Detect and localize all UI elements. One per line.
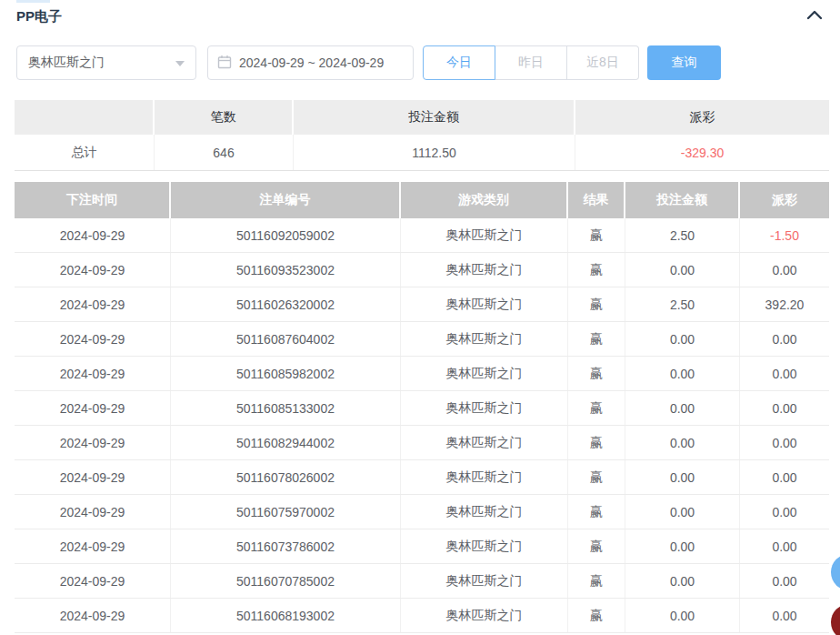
floating-widget-blue-button[interactable] bbox=[831, 554, 840, 590]
cell-bet-amount: 0.00 bbox=[625, 357, 740, 390]
cell-result: 赢 bbox=[568, 287, 625, 321]
header-order-number: 注单编号 bbox=[171, 182, 401, 218]
cell-order-number: 50116085133002 bbox=[171, 391, 401, 425]
table-row: 2024-09-29 50116078026002 奥林匹斯之门 赢 0.00 … bbox=[15, 460, 829, 495]
header-result: 结果 bbox=[568, 182, 625, 218]
table-row: 2024-09-29 50116082944002 奥林匹斯之门 赢 0.00 … bbox=[15, 426, 829, 460]
cell-bet-amount: 0.00 bbox=[625, 391, 740, 425]
table-row: 2024-09-29 50116068193002 奥林匹斯之门 赢 0.00 … bbox=[15, 599, 829, 633]
summary-total-row: 总计 646 1112.50 -329.30 bbox=[15, 135, 829, 171]
summary-header-count: 笔数 bbox=[155, 100, 294, 135]
cell-game-category: 奥林匹斯之门 bbox=[401, 460, 568, 494]
cell-payout: 0.00 bbox=[740, 529, 829, 563]
cell-bet-amount: 0.00 bbox=[625, 529, 740, 563]
cell-bet-amount: 0.00 bbox=[625, 599, 740, 632]
cell-bet-time: 2024-09-29 bbox=[15, 322, 171, 356]
summary-header-blank bbox=[15, 100, 155, 135]
bets-table: 下注时间 注单编号 游戏类别 结果 投注金额 派彩 2024-09-29 501… bbox=[15, 182, 829, 633]
table-row: 2024-09-29 50116070785002 奥林匹斯之门 赢 0.00 … bbox=[15, 564, 829, 599]
cell-payout: 0.00 bbox=[740, 495, 829, 529]
header-payout: 派彩 bbox=[740, 182, 829, 218]
summary-header-bet-amount: 投注金额 bbox=[294, 100, 575, 135]
cell-order-number: 50116078026002 bbox=[171, 460, 401, 494]
cell-game-category: 奥林匹斯之门 bbox=[401, 322, 568, 356]
date-range-value: 2024-09-29 ~ 2024-09-29 bbox=[239, 55, 384, 70]
cell-bet-time: 2024-09-29 bbox=[15, 287, 171, 321]
game-select[interactable]: 奥林匹斯之门 bbox=[16, 45, 196, 80]
cell-game-category: 奥林匹斯之门 bbox=[401, 287, 568, 321]
cell-order-number: 50116075970002 bbox=[171, 495, 401, 529]
table-row: 2024-09-29 50116092059002 奥林匹斯之门 赢 2.50 … bbox=[15, 218, 829, 253]
cell-game-category: 奥林匹斯之门 bbox=[401, 218, 568, 252]
cell-result: 赢 bbox=[568, 253, 625, 287]
summary-total-label: 总计 bbox=[15, 135, 155, 170]
header-game-category: 游戏类别 bbox=[401, 182, 568, 218]
cell-payout: 0.00 bbox=[740, 460, 829, 494]
date-range-picker[interactable]: 2024-09-29 ~ 2024-09-29 bbox=[207, 45, 414, 80]
last-8-days-button[interactable]: 近8日 bbox=[567, 45, 639, 80]
cell-bet-amount: 0.00 bbox=[625, 495, 740, 529]
cell-payout: 392.20 bbox=[740, 287, 829, 321]
table-row: 2024-09-29 50116085982002 奥林匹斯之门 赢 0.00 … bbox=[15, 357, 829, 391]
cell-order-number: 50116026320002 bbox=[171, 287, 401, 321]
cell-bet-time: 2024-09-29 bbox=[15, 357, 171, 390]
collapse-panel-button[interactable] bbox=[800, 4, 829, 29]
cell-order-number: 50116068193002 bbox=[171, 599, 401, 632]
table-row: 2024-09-29 50116087604002 奥林匹斯之门 赢 0.00 … bbox=[15, 322, 829, 357]
cell-payout: 0.00 bbox=[740, 322, 829, 356]
cell-result: 赢 bbox=[568, 564, 625, 598]
game-select-value: 奥林匹斯之门 bbox=[28, 55, 105, 71]
cell-bet-time: 2024-09-29 bbox=[15, 218, 171, 252]
pp-games-panel: PP电子 奥林匹斯之门 2024-09-29 ~ 2024-09-29 今日 bbox=[0, 0, 840, 635]
summary-header-payout: 派彩 bbox=[575, 100, 829, 135]
header-bet-time: 下注时间 bbox=[15, 182, 171, 218]
cell-result: 赢 bbox=[568, 460, 625, 494]
cell-result: 赢 bbox=[568, 218, 625, 252]
floating-widget-red-button[interactable] bbox=[831, 604, 840, 635]
calendar-icon bbox=[217, 55, 232, 72]
cell-payout: 0.00 bbox=[740, 253, 829, 287]
cell-game-category: 奥林匹斯之门 bbox=[401, 599, 568, 632]
header-bet-amount: 投注金额 bbox=[625, 182, 740, 218]
bets-table-header-row: 下注时间 注单编号 游戏类别 结果 投注金额 派彩 bbox=[15, 182, 829, 218]
cell-result: 赢 bbox=[568, 322, 625, 356]
cell-game-category: 奥林匹斯之门 bbox=[401, 495, 568, 529]
cell-payout: 0.00 bbox=[740, 564, 829, 598]
cell-result: 赢 bbox=[568, 599, 625, 632]
panel-title: PP电子 bbox=[16, 8, 62, 25]
search-button[interactable]: 查询 bbox=[647, 45, 721, 80]
cell-order-number: 50116093523002 bbox=[171, 253, 401, 287]
cell-bet-amount: 2.50 bbox=[625, 287, 740, 321]
summary-total-bet: 1112.50 bbox=[294, 135, 575, 170]
summary-header-row: 笔数 投注金额 派彩 bbox=[15, 100, 829, 135]
cell-bet-time: 2024-09-29 bbox=[15, 253, 171, 287]
cell-bet-time: 2024-09-29 bbox=[15, 599, 171, 632]
cell-result: 赢 bbox=[568, 391, 625, 425]
cell-payout: -1.50 bbox=[740, 218, 829, 252]
cell-bet-amount: 0.00 bbox=[625, 322, 740, 356]
cell-payout: 0.00 bbox=[740, 391, 829, 425]
yesterday-button[interactable]: 昨日 bbox=[495, 45, 567, 80]
cell-game-category: 奥林匹斯之门 bbox=[401, 253, 568, 287]
bets-table-body: 2024-09-29 50116092059002 奥林匹斯之门 赢 2.50 … bbox=[15, 218, 829, 633]
cell-game-category: 奥林匹斯之门 bbox=[401, 564, 568, 598]
cell-order-number: 50116073786002 bbox=[171, 529, 401, 563]
cell-order-number: 50116070785002 bbox=[171, 564, 401, 598]
cell-bet-time: 2024-09-29 bbox=[15, 564, 171, 598]
summary-table: 笔数 投注金额 派彩 总计 646 1112.50 -329.30 bbox=[15, 100, 829, 171]
quick-date-button-group: 今日 昨日 近8日 bbox=[423, 45, 639, 80]
cell-payout: 0.00 bbox=[740, 357, 829, 390]
cell-payout: 0.00 bbox=[740, 426, 829, 459]
cell-game-category: 奥林匹斯之门 bbox=[401, 391, 568, 425]
today-button[interactable]: 今日 bbox=[423, 45, 495, 80]
summary-total-payout: -329.30 bbox=[575, 135, 829, 170]
table-row: 2024-09-29 50116073786002 奥林匹斯之门 赢 0.00 … bbox=[15, 529, 829, 564]
cell-game-category: 奥林匹斯之门 bbox=[401, 426, 568, 459]
cell-bet-amount: 0.00 bbox=[625, 460, 740, 494]
cell-bet-amount: 0.00 bbox=[625, 253, 740, 287]
cell-order-number: 50116082944002 bbox=[171, 426, 401, 459]
summary-total-count: 646 bbox=[155, 135, 294, 170]
cell-result: 赢 bbox=[568, 357, 625, 390]
cell-bet-time: 2024-09-29 bbox=[15, 391, 171, 425]
cell-order-number: 50116085982002 bbox=[171, 357, 401, 390]
